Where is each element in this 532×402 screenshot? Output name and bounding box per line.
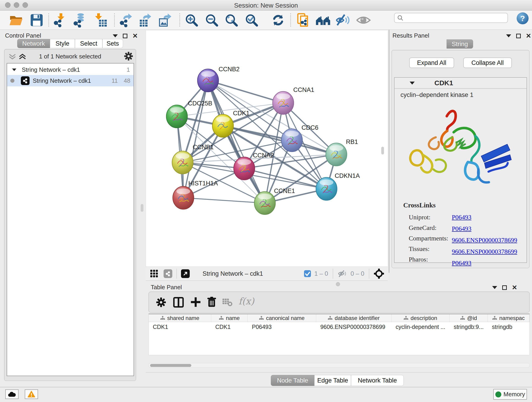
column-header-6[interactable]: namespac: [488, 314, 530, 322]
table-cell-4[interactable]: cyclin-dependent ...: [392, 324, 450, 330]
tab-network[interactable]: Network: [17, 39, 50, 48]
gene-collapse-icon[interactable]: [410, 82, 415, 85]
collapse-all-button[interactable]: Collapse All: [463, 57, 512, 68]
tab-style[interactable]: Style: [50, 39, 75, 48]
table-cell-0[interactable]: CDK1: [149, 324, 211, 330]
results-panel-title: Results Panel: [393, 32, 429, 39]
crosslink-pharos[interactable]: P06493: [452, 259, 472, 267]
table-panel-float-icon[interactable]: [502, 285, 507, 290]
gray-eye-icon[interactable]: [355, 12, 371, 28]
delete-column-icon[interactable]: [206, 296, 217, 308]
tab-network-table[interactable]: Network Table: [351, 375, 404, 386]
network-canvas[interactable]: CCNB2CCNA1CDC25BCDK1CDC6RB1CCNB1CCNA2CDK…: [146, 31, 388, 267]
houses-icon[interactable]: [315, 12, 331, 28]
table-hscrollbar-track[interactable]: [148, 363, 530, 368]
table-hscrollbar-thumb[interactable]: [150, 364, 191, 367]
zoom-selected-icon[interactable]: [244, 12, 259, 28]
export-table-icon[interactable]: [138, 12, 153, 28]
gene-description: cyclin–dependent kinase 1: [400, 91, 473, 99]
network-list: String Network – cdk1 1 String Network –…: [7, 63, 134, 376]
show-columns-icon[interactable]: [173, 297, 184, 308]
table-toolbar: f(x): [148, 292, 530, 313]
export-network-icon[interactable]: [118, 12, 134, 28]
column-header-5[interactable]: @id: [450, 314, 488, 322]
selected-checkbox-icon[interactable]: [304, 270, 311, 277]
network-options-gear-icon[interactable]: [124, 51, 133, 61]
tab-node-table[interactable]: Node Table: [271, 375, 314, 386]
button-label: Collapse All: [471, 59, 504, 66]
node-label-RB1: RB1: [346, 138, 358, 145]
create-column-icon[interactable]: [190, 297, 201, 307]
node-label-CDC25B: CDC25B: [188, 100, 212, 107]
help-icon[interactable]: ?: [517, 12, 529, 24]
grid-view-icon[interactable]: [150, 269, 158, 278]
node-gloss-highlight: [176, 153, 190, 159]
control-panel-float-icon[interactable]: [123, 34, 127, 38]
crosslink-compartments[interactable]: 9606.ENSP00000378699: [452, 236, 517, 244]
results-panel-menu-icon[interactable]: [506, 34, 511, 37]
column-header-3[interactable]: database identifier: [316, 314, 392, 322]
toolbar-separator: [290, 13, 291, 27]
zoom-out-icon[interactable]: [204, 12, 220, 28]
network-collection-row[interactable]: String Network – cdk1 1: [7, 64, 133, 75]
button-label: Expand All: [417, 59, 446, 66]
node-gloss-highlight: [177, 188, 190, 194]
expand-all-button[interactable]: Expand All: [409, 57, 454, 68]
zoom-fit-icon[interactable]: [224, 12, 239, 28]
results-panel-close-icon[interactable]: ✕: [526, 32, 531, 40]
table-panel-menu-icon[interactable]: [492, 286, 497, 289]
attribute-icon: [404, 316, 408, 320]
zoom-in-icon[interactable]: [184, 12, 199, 28]
warning-button[interactable]: [25, 389, 38, 399]
edge-count: 48: [124, 77, 130, 84]
right-splitter-handle[interactable]: [381, 147, 384, 154]
import-database-icon[interactable]: [72, 12, 88, 28]
control-panel-menu-icon[interactable]: [113, 34, 118, 37]
eye-slash-wave-icon[interactable]: [335, 12, 351, 28]
share-view-icon[interactable]: [164, 269, 172, 278]
memory-button[interactable]: Memory: [493, 389, 527, 400]
import-network-icon[interactable]: [52, 12, 68, 28]
birdseye-target-icon[interactable]: [374, 269, 384, 279]
column-header-1[interactable]: name: [211, 314, 248, 322]
table-row[interactable]: CDK1CDK1P064939606.ENSP00000378699cyclin…: [149, 322, 530, 332]
left-splitter-handle[interactable]: [141, 204, 143, 212]
table-cell-5[interactable]: stringdb:9...: [450, 324, 488, 330]
column-header-2[interactable]: canonical name: [248, 314, 316, 322]
column-header-4[interactable]: description: [392, 314, 450, 322]
gene-card-header[interactable]: CDK1: [394, 78, 526, 89]
node-gloss-highlight: [237, 159, 251, 165]
table-gear-icon[interactable]: [156, 297, 166, 307]
crosslink-uniprot[interactable]: P06493: [452, 214, 472, 221]
network-row-selected[interactable]: String Network – cdk1 11 48: [7, 75, 133, 86]
tab-string[interactable]: String: [447, 39, 473, 49]
tab-sets[interactable]: Sets: [102, 39, 123, 48]
refresh-icon[interactable]: [270, 12, 286, 28]
cloud-button[interactable]: [5, 389, 19, 399]
tree-expand-icon[interactable]: [12, 68, 17, 71]
table-cell-1[interactable]: CDK1: [211, 324, 248, 330]
save-icon[interactable]: [29, 12, 44, 28]
table-panel-close-icon[interactable]: ✕: [512, 284, 517, 291]
title-bar: Session: New Session: [0, 0, 532, 11]
table-cell-6[interactable]: stringdb: [488, 324, 530, 330]
node-label-CCNE1: CCNE1: [274, 187, 295, 194]
node-label-CDKN1A: CDKN1A: [335, 172, 360, 179]
export-image-icon[interactable]: [157, 12, 173, 28]
search-input[interactable]: [405, 14, 502, 22]
column-header-0[interactable]: shared name: [149, 314, 211, 322]
node-label-CCNB1: CCNB1: [193, 144, 214, 151]
import-table-icon[interactable]: [93, 12, 108, 28]
table-cell-2[interactable]: P06493: [248, 324, 316, 330]
crosslink-genecard[interactable]: P06493: [452, 225, 472, 232]
results-panel-float-icon[interactable]: [516, 34, 521, 38]
tab-edge-table[interactable]: Edge Table: [314, 375, 351, 386]
table-cell-3[interactable]: 9606.ENSP00000378699: [316, 324, 392, 330]
control-panel-close-icon[interactable]: ✕: [133, 32, 138, 40]
toolbar-separator: [179, 13, 180, 27]
document-share-icon[interactable]: [296, 12, 312, 28]
crosslink-tissues[interactable]: 9606.ENSP00000378699: [452, 248, 517, 255]
open-folder-icon[interactable]: [8, 12, 24, 28]
tab-select[interactable]: Select: [75, 39, 102, 48]
open-in-new-window-icon[interactable]: [181, 269, 190, 278]
